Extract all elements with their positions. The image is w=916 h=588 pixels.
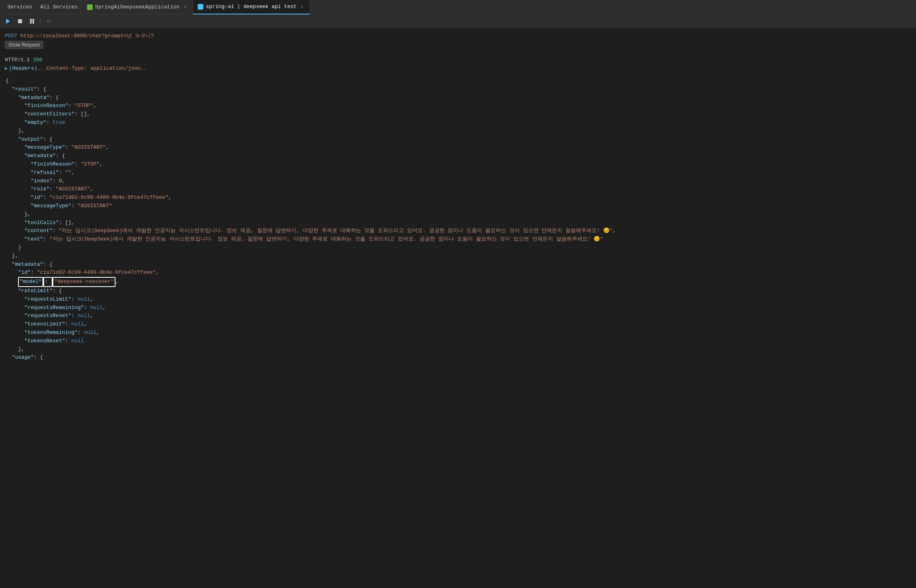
toolbar: ⋯ [0,14,916,28]
tab-deepseek-label: spring-ai | deepseek api test [206,4,296,10]
json-output-finish-reason: "finishReason": "STOP", [5,160,911,169]
request-section: POST http://localhost:8080/chat?prompt=넌… [0,28,916,51]
spring-icon [87,4,93,10]
json-top-id: "id": "c1a71d02-6c99-4499-9b4e-9fce47cff… [5,269,911,277]
response-status: HTTP/1.1 200 [5,57,911,63]
pause-button[interactable] [27,16,37,26]
json-tokens-remaining: "tokensRemaining": null, [5,329,911,337]
svg-marker-0 [6,19,10,24]
more-button[interactable]: ⋯ [44,16,53,26]
request-line: POST http://localhost:8080/chat?prompt=넌… [5,32,911,39]
divider-1 [0,51,916,54]
svg-rect-3 [32,19,34,24]
all-services-label[interactable]: All Services [36,4,82,10]
play-button[interactable] [3,16,13,26]
svg-rect-1 [18,19,22,23]
headers-expand-arrow: ▶ [5,66,8,71]
json-tool-calls: "toolCalls": [], [5,219,911,227]
services-label: Services [3,4,36,10]
json-content: "content": "저는 딥시크(DeepSeek)에서 개발한 인공지능 … [5,227,911,235]
request-url: http://localhost:8080/chat?prompt=넌 누구니? [20,33,154,39]
stop-icon [17,18,23,24]
json-metadata-close: }, [5,127,911,135]
stop-button[interactable] [15,16,25,26]
json-output-close: } [5,244,911,252]
json-refusal: "refusal": "", [5,169,911,177]
json-requests-limit: "requestsLimit": null, [5,295,911,304]
json-open-brace: { [5,77,911,85]
json-metadata-key: "metadata": { [5,94,911,102]
json-result-key: "result": { [5,85,911,94]
tab-spring-app[interactable]: SpringAiDeepseekApplication ✕ [82,0,193,14]
json-output-metadata-key: "metadata": { [5,152,911,160]
tab-spring-close[interactable]: ✕ [182,4,188,10]
json-output-key: "output": { [5,135,911,144]
headers-label: (Headers) [9,65,37,71]
json-requests-reset: "requestsReset": null, [5,312,911,320]
json-output-metadata-close: }, [5,210,911,219]
toolbar-separator [40,17,41,25]
svg-rect-2 [30,19,32,24]
play-icon [5,18,11,24]
show-request-button[interactable]: Show Request [5,41,43,49]
json-top-metadata-key: "metadata": { [5,261,911,269]
status-code: 200 [33,57,42,63]
json-usage-key: "usage": { [5,354,911,362]
json-body: { "result": { "metadata": { "finishReaso… [0,74,916,365]
tab-spring-label: SpringAiDeepseekApplication [95,4,180,10]
tab-deepseek-test[interactable]: spring-ai | deepseek api test ✕ [193,0,310,14]
headers-value: ...Content-Type: application/json.. [37,65,147,71]
json-result-close: }, [5,252,911,261]
json-tokens-reset: "tokensReset": null [5,337,911,346]
pause-icon [29,18,35,24]
json-empty: "empty": true [5,119,911,127]
json-index: "index": 0, [5,177,911,186]
json-requests-remaining: "requestsRemaining": null, [5,304,911,312]
headers-row[interactable]: ▶ (Headers) ...Content-Type: application… [5,65,911,72]
json-output-message-type: "messageType": "ASSISTANT" [5,202,911,210]
json-tokens-limit: "tokensLimit": null, [5,320,911,329]
http-status: HTTP/1.1 [5,57,33,63]
json-text: "text": "저는 딥시크(DeepSeek)에서 개발한 인공지능 어시스… [5,235,911,244]
json-role: "role": "ASSISTANT", [5,185,911,194]
json-output-id: "id": "c1a71d02-6c99-4499-9b4e-9fce47cff… [5,194,911,202]
json-rate-limit-close: }, [5,346,911,354]
response-section: HTTP/1.1 200 ▶ (Headers) ...Content-Type… [0,54,916,74]
tab-bar: Services All Services SpringAiDeepseekAp… [0,0,916,14]
request-method: POST [5,33,17,39]
tab-deepseek-close[interactable]: ✕ [299,3,305,10]
json-finish-reason: "finishReason": "STOP", [5,102,911,110]
json-model-line: "model": "deepseek-reasoner", [5,277,911,287]
json-rate-limit-key: "rateLimit": { [5,287,911,295]
json-content-filters: "contentFilters": [], [5,110,911,119]
json-message-type: "messageType": "ASSISTANT", [5,143,911,152]
ai-icon [198,4,203,10]
